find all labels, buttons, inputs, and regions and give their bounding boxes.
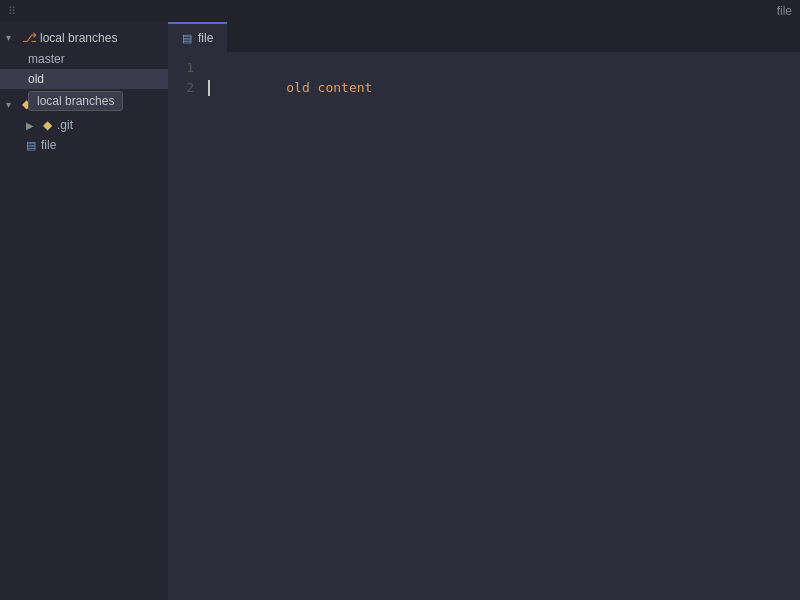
old-branch-name: old (28, 72, 44, 86)
drag-handle-icon: ⠿ (8, 5, 15, 18)
code-text-1: old content (286, 80, 372, 95)
master-branch-name: master (28, 52, 65, 66)
editor-area: ▤ file 1 2 old content (168, 22, 800, 600)
tab-file-label: file (198, 31, 213, 45)
local-branches-header[interactable]: ▾ ⎇ local branches (0, 26, 168, 49)
line-number-1: 1 (168, 58, 194, 78)
branch-tooltip: local branches (28, 91, 123, 111)
main-content: ▾ ⎇ local branches master old local bran… (0, 22, 800, 600)
repo-chevron-down-icon: ▾ (6, 99, 18, 110)
branch-item-old[interactable]: old local branches (0, 69, 168, 89)
file-item-name: file (41, 138, 56, 152)
editor-tab-file[interactable]: ▤ file (168, 22, 227, 52)
branch-icon: ⎇ (22, 30, 36, 45)
file-item[interactable]: ▤ file (16, 135, 168, 155)
editor-content: 1 2 old content (168, 52, 800, 600)
file-icon: ▤ (26, 139, 36, 152)
title-bar-right-label: file (777, 4, 792, 18)
git-folder-item[interactable]: ▶ ◆ .git (16, 115, 168, 135)
text-cursor (208, 80, 210, 96)
local-branches-label: local branches (40, 31, 117, 45)
editor-tab-bar: ▤ file (168, 22, 800, 52)
chevron-down-icon: ▾ (6, 32, 18, 43)
title-bar: ⠿ file (0, 0, 800, 22)
title-bar-left: ⠿ (8, 5, 15, 18)
tab-file-icon: ▤ (182, 32, 192, 45)
code-line-1: old content (208, 58, 800, 78)
git-folder-chevron-icon: ▶ (26, 120, 38, 131)
line-number-2: 2 (168, 78, 194, 98)
code-lines[interactable]: old content (204, 58, 800, 600)
folder-icon: ◆ (43, 118, 52, 132)
sidebar: ▾ ⎇ local branches master old local bran… (0, 22, 168, 600)
branch-item-master[interactable]: master (0, 49, 168, 69)
line-numbers: 1 2 (168, 58, 204, 600)
git-folder-name: .git (57, 118, 73, 132)
repo-children: ▶ ◆ .git ▤ file (0, 115, 168, 155)
